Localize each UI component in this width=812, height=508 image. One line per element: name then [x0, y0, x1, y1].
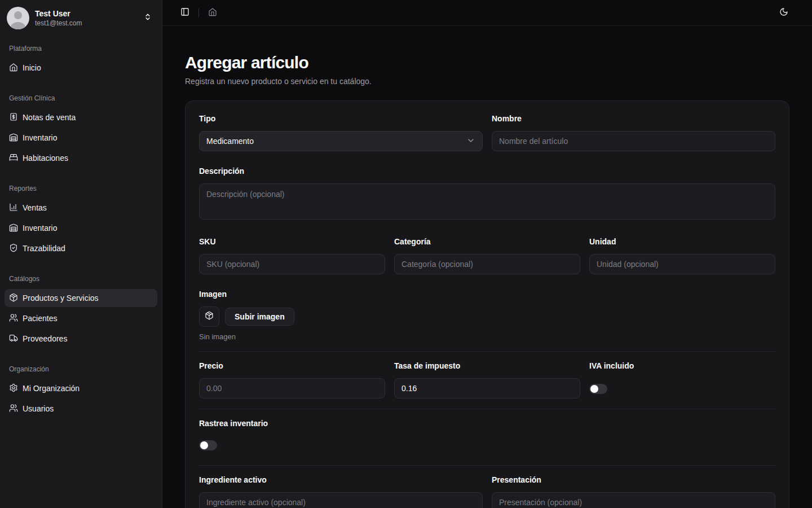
warehouse-icon	[9, 133, 18, 143]
unidad-label: Unidad	[589, 238, 775, 246]
sidebar-item-proveedores[interactable]: Proveedores	[5, 330, 157, 348]
sku-input[interactable]	[199, 254, 385, 274]
gear-icon	[9, 383, 18, 394]
sidebar-group-label: Reportes	[5, 182, 157, 195]
sidebar-item-label: Pacientes	[23, 314, 57, 323]
home-breadcrumb-button[interactable]	[205, 5, 220, 21]
sidebar: Test User test1@test.com Plataforma Inic…	[0, 0, 162, 508]
sidebar-item-habitaciones[interactable]: Habitaciones	[5, 149, 157, 167]
bed-icon	[9, 153, 18, 164]
sidebar-group-label: Catálogos	[5, 272, 157, 286]
sidebar-item-inicio[interactable]: Inicio	[5, 59, 157, 77]
theme-toggle-button[interactable]	[776, 5, 792, 21]
tasa-impuesto-input[interactable]	[394, 378, 580, 398]
user-email: test1@test.com	[35, 19, 138, 27]
sidebar-item-label: Notas de venta	[23, 113, 76, 122]
section-divider	[199, 409, 775, 409]
presentacion-input[interactable]	[492, 492, 775, 508]
sidebar-group-plataforma: Plataforma Inicio	[5, 42, 157, 77]
sidebar-item-inventario-reporte[interactable]: Inventario	[5, 219, 157, 237]
field-tipo: Tipo Medicamento	[199, 115, 483, 151]
sidebar-toggle-button[interactable]	[177, 5, 193, 21]
upload-image-button[interactable]: Subir imagen	[225, 308, 294, 326]
sidebar-group-label: Organización	[5, 362, 157, 376]
sidebar-item-label: Productos y Servicios	[23, 294, 99, 303]
presentacion-label: Presentación	[492, 476, 775, 484]
section-divider	[199, 351, 775, 352]
precio-input[interactable]	[199, 378, 385, 398]
sidebar-item-label: Usuarios	[23, 404, 54, 413]
tipo-label: Tipo	[199, 115, 483, 123]
image-placeholder-thumb	[199, 306, 219, 327]
sidebar-group-label: Gestión Clínica	[5, 91, 157, 105]
users-icon	[9, 404, 18, 414]
sidebar-item-label: Inventario	[23, 224, 57, 233]
package-icon	[9, 293, 18, 304]
receipt-icon	[9, 112, 18, 123]
sidebar-item-label: Inventario	[23, 133, 57, 142]
section-divider	[199, 465, 775, 466]
field-nombre: Nombre	[492, 115, 775, 151]
page-title: Agregar artículo	[185, 53, 789, 72]
sidebar-group-gestion-clinica: Gestión Clínica Notas de venta Inventari…	[5, 91, 157, 167]
switch-knob	[590, 385, 598, 393]
sidebar-item-usuarios[interactable]: Usuarios	[5, 400, 157, 418]
moon-icon	[779, 7, 788, 18]
topbar-separator	[198, 8, 199, 17]
field-descripcion: Descripción	[199, 167, 775, 222]
field-ingrediente-activo: Ingrediente activo	[199, 476, 483, 508]
sidebar-item-label: Proveedores	[23, 334, 67, 343]
sidebar-item-inventario[interactable]: Inventario	[5, 129, 157, 147]
tipo-select-value: Medicamento	[206, 137, 254, 146]
sidebar-item-trazabilidad[interactable]: Trazabilidad	[5, 239, 157, 257]
sidebar-group-organizacion: Organización Mi Organización Usuarios	[5, 362, 157, 418]
sidebar-group-catalogos: Catálogos Productos y Servicios Paciente…	[5, 272, 157, 348]
categoria-input[interactable]	[394, 254, 580, 274]
field-sku: SKU	[199, 238, 385, 274]
nombre-input[interactable]	[492, 131, 775, 151]
add-article-form-card: Tipo Medicamento Nombre Descripción	[185, 100, 789, 508]
user-menu-button[interactable]: Test User test1@test.com	[5, 5, 157, 32]
main-area: Agregar artículo Registra un nuevo produ…	[162, 0, 812, 508]
tasa-impuesto-label: Tasa de impuesto	[394, 362, 580, 370]
chevrons-up-down-icon	[144, 13, 152, 23]
sidebar-group-reportes: Reportes Ventas Inventario Trazabilidad	[5, 182, 157, 257]
avatar	[7, 7, 29, 29]
iva-incluido-switch[interactable]	[589, 384, 607, 394]
sidebar-item-productos-y-servicios[interactable]: Productos y Servicios	[5, 289, 157, 307]
panel-left-icon	[180, 7, 189, 18]
user-name: Test User	[35, 9, 138, 18]
switch-knob	[200, 441, 208, 449]
sku-label: SKU	[199, 238, 385, 246]
no-image-text: Sin imagen	[199, 332, 775, 341]
topbar	[162, 0, 812, 26]
bar-chart-icon	[9, 203, 18, 213]
rastrea-inventario-label: Rastrea inventario	[199, 419, 775, 428]
descripcion-textarea[interactable]	[199, 183, 775, 220]
field-rastrea-inventario: Rastrea inventario	[199, 419, 775, 450]
unidad-input[interactable]	[589, 254, 775, 274]
tipo-select[interactable]: Medicamento	[199, 131, 483, 151]
page-subtitle: Registra un nuevo producto o servicio en…	[185, 77, 789, 86]
categoria-label: Categoría	[394, 238, 580, 246]
sidebar-item-pacientes[interactable]: Pacientes	[5, 309, 157, 327]
sidebar-item-notas-de-venta[interactable]: Notas de venta	[5, 108, 157, 126]
package-icon	[205, 311, 214, 322]
sidebar-item-mi-organizacion[interactable]: Mi Organización	[5, 379, 157, 397]
field-imagen: Imagen Subir imagen Sin imagen	[199, 290, 775, 341]
chevron-down-icon	[466, 136, 475, 147]
iva-incluido-label: IVA incluido	[589, 362, 775, 370]
ingrediente-activo-input[interactable]	[199, 492, 483, 508]
field-precio: Precio	[199, 362, 385, 398]
precio-label: Precio	[199, 362, 385, 370]
sidebar-group-label: Plataforma	[5, 42, 157, 55]
imagen-label: Imagen	[199, 290, 775, 299]
sidebar-item-label: Trazabilidad	[23, 244, 65, 253]
rastrea-inventario-switch[interactable]	[199, 440, 217, 450]
home-icon	[208, 7, 217, 18]
page-content: Agregar artículo Registra un nuevo produ…	[162, 26, 812, 508]
sidebar-item-ventas[interactable]: Ventas	[5, 199, 157, 217]
users-icon	[9, 313, 18, 324]
ingrediente-activo-label: Ingrediente activo	[199, 476, 483, 484]
sidebar-item-label: Habitaciones	[23, 154, 68, 163]
